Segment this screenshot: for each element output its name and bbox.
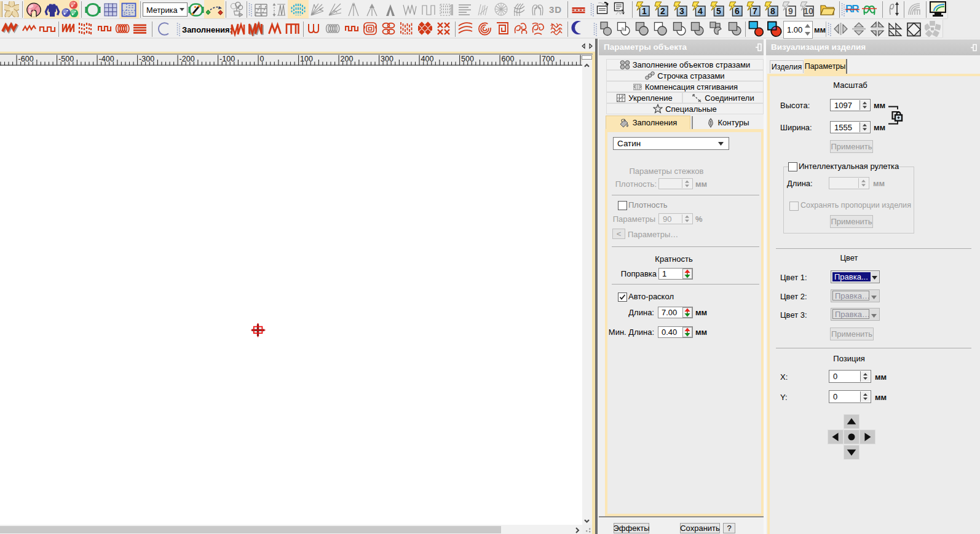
svg-text:1: 1 (642, 6, 647, 16)
svg-text:3: 3 (679, 6, 684, 16)
svg-text:-300: -300 (139, 55, 154, 63)
svg-text:RR: RR (845, 3, 859, 15)
svg-text:6: 6 (735, 6, 740, 16)
svg-text:-400: -400 (99, 55, 114, 63)
svg-text:8: 8 (770, 6, 775, 16)
svg-text:5: 5 (716, 6, 721, 16)
svg-text:-500: -500 (58, 55, 74, 63)
svg-text:300: 300 (381, 55, 393, 63)
svg-text:10: 10 (804, 6, 813, 16)
svg-text:0: 0 (260, 55, 264, 63)
svg-text:500: 500 (461, 55, 474, 63)
svg-text:600: 600 (502, 55, 515, 63)
svg-text:4: 4 (698, 6, 703, 16)
svg-text:200: 200 (341, 55, 354, 63)
svg-text:400: 400 (421, 55, 434, 63)
svg-text:7: 7 (753, 6, 757, 16)
svg-text:100: 100 (300, 55, 313, 63)
svg-text:2: 2 (660, 6, 665, 16)
svg-text:9: 9 (788, 6, 793, 16)
svg-text:-200: -200 (180, 55, 195, 63)
svg-text:700: 700 (542, 55, 555, 63)
svg-text:-600: -600 (18, 55, 34, 63)
svg-text:-100: -100 (219, 55, 235, 63)
